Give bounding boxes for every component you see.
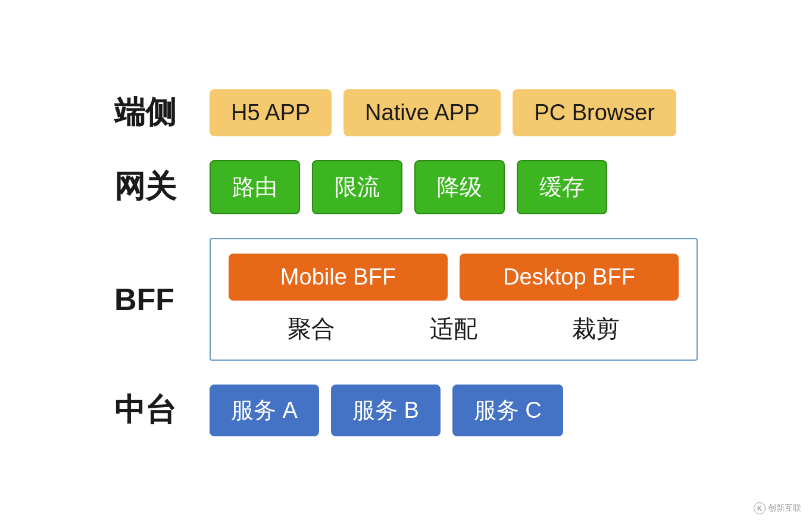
h5-app-badge: H5 APP xyxy=(210,89,332,136)
watermark-icon: K xyxy=(754,502,766,514)
architecture-diagram: 端侧 H5 APP Native APP PC Browser 网关 路由 限流… xyxy=(79,65,733,460)
gateway-content: 路由 限流 降级 缓存 xyxy=(210,160,698,214)
client-label: 端侧 xyxy=(114,92,192,133)
service-c-badge: 服务 C xyxy=(452,385,563,436)
aggregate-label: 聚合 xyxy=(288,312,335,345)
desktop-bff-badge: Desktop BFF xyxy=(460,254,679,301)
client-row: 端侧 H5 APP Native APP PC Browser xyxy=(114,89,698,136)
cache-badge: 缓存 xyxy=(517,160,607,214)
platform-label: 中台 xyxy=(114,389,192,431)
bff-container: Mobile BFF Desktop BFF 聚合 适配 裁剪 xyxy=(210,238,698,361)
watermark-text: 创新互联 xyxy=(768,503,801,514)
service-b-badge: 服务 B xyxy=(331,385,441,436)
platform-content: 服务 A 服务 B 服务 C xyxy=(210,385,698,436)
service-a-badge: 服务 A xyxy=(210,385,319,436)
bff-label: BFF xyxy=(114,282,192,317)
gateway-label: 网关 xyxy=(114,166,192,208)
bff-bottom: 聚合 适配 裁剪 xyxy=(229,312,679,345)
adapt-label: 适配 xyxy=(430,312,477,345)
bff-row: BFF Mobile BFF Desktop BFF 聚合 适配 裁剪 xyxy=(114,238,698,361)
routing-badge: 路由 xyxy=(210,160,300,214)
client-content: H5 APP Native APP PC Browser xyxy=(210,89,698,136)
native-app-badge: Native APP xyxy=(343,89,501,136)
pc-browser-badge: PC Browser xyxy=(513,89,676,136)
bff-top: Mobile BFF Desktop BFF xyxy=(229,254,679,301)
mobile-bff-badge: Mobile BFF xyxy=(229,254,448,301)
platform-row: 中台 服务 A 服务 B 服务 C xyxy=(114,385,698,436)
watermark: K 创新互联 xyxy=(754,502,801,514)
degrade-badge: 降级 xyxy=(414,160,505,214)
ratelimit-badge: 限流 xyxy=(312,160,402,214)
gateway-row: 网关 路由 限流 降级 缓存 xyxy=(114,160,698,214)
clip-label: 裁剪 xyxy=(572,312,620,345)
